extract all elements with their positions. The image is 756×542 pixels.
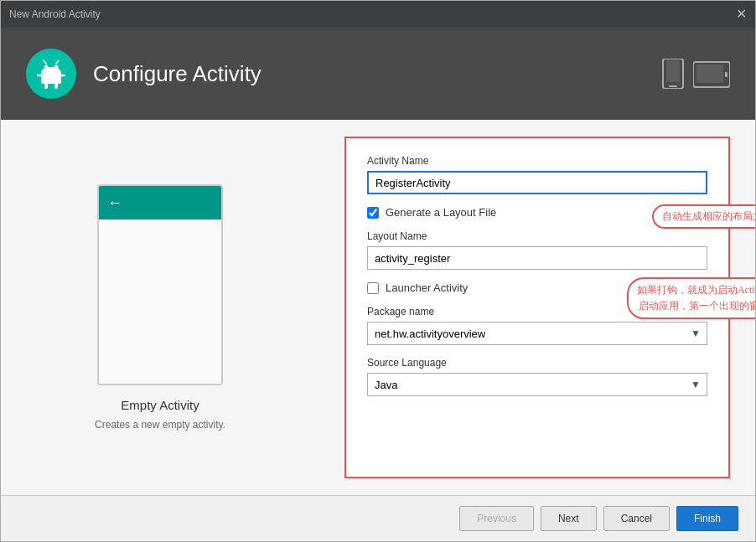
layout-name-label: Layout Name	[367, 230, 707, 242]
header: Configure Activity	[1, 28, 755, 120]
generate-layout-checkbox[interactable]	[367, 207, 379, 219]
window-title: New Android Activity	[9, 8, 101, 20]
package-name-wrapper: net.hw.activityoverview ▼	[367, 322, 707, 345]
tablet-icon	[693, 60, 730, 89]
device-icons	[661, 59, 730, 89]
launcher-activity-checkbox[interactable]	[367, 282, 379, 294]
source-language-row: Source Language Java Kotlin ▼	[367, 357, 707, 396]
next-button[interactable]: Next	[541, 506, 597, 531]
layout-name-row: Layout Name	[367, 230, 707, 270]
left-panel: ← Empty Activity Creates a new empty act…	[1, 120, 319, 495]
svg-line-5	[56, 60, 59, 64]
bottom-bar: Previous Next Cancel Finish	[1, 495, 755, 541]
launcher-annotation-line1: 如果打钩，就成为启动Activity	[637, 284, 755, 296]
generate-layout-label[interactable]: Generate a Layout File	[386, 206, 496, 219]
phone-icon	[661, 59, 685, 89]
layout-name-input[interactable]	[367, 246, 707, 270]
main-window: New Android Activity ✕ Configure Activit…	[0, 0, 756, 542]
activity-name-row: Activity Name	[367, 155, 707, 194]
svg-rect-7	[669, 85, 677, 87]
svg-rect-10	[725, 72, 728, 77]
activity-type-label: Empty Activity	[121, 398, 199, 412]
finish-button[interactable]: Finish	[676, 506, 738, 531]
package-name-select[interactable]: net.hw.activityoverview	[367, 322, 707, 345]
previous-button[interactable]: Previous	[459, 506, 534, 531]
launcher-activity-row: Launcher Activity 如果打钩，就成为启动Activity 启动应…	[367, 281, 707, 294]
launcher-activity-label[interactable]: Launcher Activity	[386, 281, 468, 294]
android-logo-svg	[36, 59, 66, 89]
svg-rect-8	[666, 60, 680, 82]
android-icon	[26, 49, 76, 99]
svg-rect-11	[696, 65, 723, 83]
source-language-wrapper: Java Kotlin ▼	[367, 373, 707, 396]
launcher-activity-annotation: 如果打钩，就成为启动Activity 启动应用，第一个出现的窗口	[627, 277, 755, 319]
generate-layout-annotation: 自动生成相应的布局文件	[652, 204, 755, 229]
generate-layout-row: Generate a Layout File 自动生成相应的布局文件	[367, 206, 707, 219]
form-container: Activity Name Generate a Layout File 自动生…	[344, 137, 730, 478]
launcher-annotation-line2: 启动应用，第一个出现的窗口	[639, 300, 755, 312]
svg-line-4	[44, 60, 46, 64]
phone-top-bar: ←	[99, 186, 221, 219]
activity-name-label: Activity Name	[367, 155, 707, 167]
back-arrow: ←	[107, 194, 122, 212]
phone-body	[99, 219, 221, 384]
header-title: Configure Activity	[93, 61, 661, 87]
main-content: ← Empty Activity Creates a new empty act…	[1, 120, 755, 495]
activity-name-input[interactable]	[367, 171, 707, 194]
cancel-button[interactable]: Cancel	[603, 506, 670, 531]
source-language-select[interactable]: Java Kotlin	[367, 373, 707, 396]
title-bar: New Android Activity ✕	[1, 1, 755, 28]
close-button[interactable]: ✕	[736, 8, 747, 21]
activity-description: Creates a new empty activity.	[95, 419, 225, 431]
phone-preview: ←	[97, 184, 223, 385]
right-panel: Activity Name Generate a Layout File 自动生…	[319, 120, 755, 495]
source-language-label: Source Language	[367, 357, 707, 369]
